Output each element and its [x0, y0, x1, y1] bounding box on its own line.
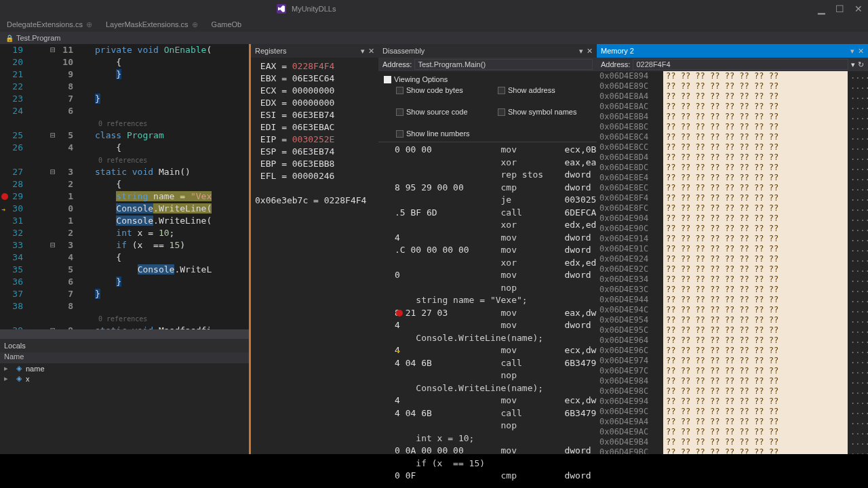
memory-row: 0x06D4E92C?? ?? ?? ?? ?? ?? ?? ??.... [597, 264, 868, 274]
memory-row: 0x06D4E99C?? ?? ?? ?? ?? ?? ?? ??.... [597, 407, 868, 417]
dropdown-icon[interactable]: ▾ [579, 47, 583, 56]
memory-row: 0x06D4E894?? ?? ?? ?? ?? ?? ?? ??.... [597, 71, 868, 81]
memory-row: 0x06D4E8B4?? ?? ?? ?? ?? ?? ?? ??.... [597, 112, 868, 122]
local-var[interactable]: ▸◈ name [0, 363, 249, 373]
memory-row: 0x06D4E964?? ?? ?? ?? ?? ?? ?? ??.... [597, 336, 868, 346]
memory-row: 0x06D4E96C?? ?? ?? ?? ?? ?? ?? ??.... [597, 346, 868, 356]
memory-address-input[interactable] [633, 59, 848, 70]
memory-row: 0x06D4E8C4?? ?? ?? ?? ?? ?? ?? ??.... [597, 132, 868, 142]
registers-body: EAX = 0228F4F4 EBX = 06E3EC64 ECX = 0000… [251, 58, 378, 209]
memory-row: 0x06D4E934?? ?? ?? ?? ?? ?? ?? ??.... [597, 274, 868, 285]
viewopt-checkbox[interactable]: Show code bytes [396, 86, 484, 94]
memory-row: 0x06D4E90C?? ?? ?? ?? ?? ?? ?? ??.... [597, 224, 868, 234]
close-icon[interactable]: ✕ [587, 47, 593, 56]
memory-row: 0x06D4E924?? ?? ?? ?? ?? ?? ?? ??.... [597, 254, 868, 264]
memory-row: 0x06D4E8E4?? ?? ?? ?? ?? ?? ?? ??.... [597, 173, 868, 183]
memory-row: 0x06D4E91C?? ?? ?? ?? ?? ?? ?? ??.... [597, 244, 868, 254]
title-bar: MyUnityDLLs ▁ ☐ ✕ [0, 0, 868, 17]
registers-header: Registers▾✕ [251, 44, 378, 58]
lock-icon: 🔒 [5, 35, 14, 42]
memory-row: 0x06D4E994?? ?? ?? ?? ?? ?? ?? ??.... [597, 396, 868, 407]
memory-row: 0x06D4E97C?? ?? ?? ?? ?? ?? ?? ??.... [597, 366, 868, 376]
viewopt-checkbox[interactable]: Show symbol names [498, 108, 586, 116]
memory-row: 0x06D4E89C?? ?? ?? ?? ?? ?? ?? ??.... [597, 81, 868, 92]
memory-row: 0x06D4E8BC?? ?? ?? ?? ?? ?? ?? ??.... [597, 122, 868, 132]
memory-row: 0x06D4E9A4?? ?? ?? ?? ?? ?? ?? ??.... [597, 417, 868, 427]
memory-row: 0x06D4E8A4?? ?? ?? ?? ?? ?? ?? ??.... [597, 92, 868, 102]
tab-layermask[interactable]: LayerMaskExtensions.cs⊕ [99, 17, 205, 32]
refresh-icon[interactable]: ↻ [858, 60, 864, 69]
close-button[interactable]: ✕ [854, 3, 863, 14]
memory-row: 0x06D4E914?? ?? ?? ?? ?? ?? ?? ??.... [597, 234, 868, 244]
viewopt-checkbox[interactable]: Show address [498, 86, 586, 94]
memory-row: 0x06D4E93C?? ?? ?? ?? ?? ?? ?? ??.... [597, 285, 868, 295]
scrollbar-h[interactable] [0, 329, 249, 339]
viewing-options: Viewing Options Show code bytesShow addr… [378, 71, 597, 142]
local-var[interactable]: ▸◈ x [0, 373, 249, 384]
memory-row: 0x06D4E954?? ?? ?? ?? ?? ?? ?? ??.... [597, 315, 868, 325]
memory-row: 0x06D4E8AC?? ?? ?? ?? ?? ?? ?? ??.... [597, 102, 868, 112]
memory-row: 0x06D4E8FC?? ?? ?? ?? ?? ?? ?? ??.... [597, 203, 868, 214]
dropdown-icon[interactable]: ▾ [361, 47, 365, 56]
disasm-body[interactable]: 0 00 00 mov ecx,0Bh xor eax,eax rep stos… [378, 142, 597, 484]
app-title: MyUnityDLLs [292, 5, 336, 13]
memory-row: 0x06D4E974?? ?? ?? ?? ?? ?? ?? ??.... [597, 356, 868, 366]
disasm-address-input[interactable] [414, 59, 593, 70]
memory-row: 0x06D4E904?? ?? ?? ?? ?? ?? ?? ??.... [597, 214, 868, 224]
disasm-address-row: Address: [378, 58, 597, 71]
memory-row: 0x06D4E8DC?? ?? ?? ?? ?? ?? ?? ??.... [597, 163, 868, 173]
pin-icon[interactable]: ⊕ [86, 20, 92, 29]
memory-row: 0x06D4E8CC?? ?? ?? ?? ?? ?? ?? ??.... [597, 142, 868, 152]
locals-panel: Locals Name ▸◈ name▸◈ x [0, 339, 249, 454]
checkbox-icon[interactable] [384, 76, 391, 83]
tab-delegate[interactable]: DelegateExtensions.cs⊕ [0, 17, 99, 32]
memory-row: 0x06D4E9AC?? ?? ?? ?? ?? ?? ?? ??.... [597, 427, 868, 437]
vs-logo-icon [277, 4, 286, 14]
breadcrumb[interactable]: 🔒Test.Program [0, 32, 868, 44]
dropdown-icon[interactable]: ▾ [851, 60, 855, 69]
viewopt-checkbox[interactable]: Show line numbers [396, 129, 484, 138]
code-editor[interactable]: 19⊟11private void OnEnable(2010 {219 }22… [0, 44, 249, 329]
locals-header: Locals [0, 339, 249, 352]
memory-row: 0x06D4E94C?? ?? ?? ?? ?? ?? ?? ??.... [597, 305, 868, 315]
memory-row: 0x06D4E8EC?? ?? ?? ?? ?? ?? ?? ??.... [597, 183, 868, 193]
close-icon[interactable]: ✕ [858, 47, 864, 56]
memory-row: 0x06D4E95C?? ?? ?? ?? ?? ?? ?? ??.... [597, 325, 868, 336]
memory-row: 0x06D4E8F4?? ?? ?? ?? ?? ?? ?? ??.... [597, 193, 868, 203]
memory-row: 0x06D4E9B4?? ?? ?? ?? ?? ?? ?? ??.... [597, 437, 868, 447]
memory-row: 0x06D4E944?? ?? ?? ?? ?? ?? ?? ??.... [597, 295, 868, 305]
document-tabs: DelegateExtensions.cs⊕ LayerMaskExtensio… [0, 17, 868, 32]
close-icon[interactable]: ✕ [368, 47, 374, 56]
dropdown-icon[interactable]: ▾ [850, 47, 854, 56]
minimize-button[interactable]: ▁ [818, 3, 825, 14]
pin-icon[interactable]: ⊕ [192, 20, 198, 29]
memory-row: 0x06D4E8D4?? ?? ?? ?? ?? ?? ?? ??.... [597, 152, 868, 163]
memory-row: 0x06D4E984?? ?? ?? ?? ?? ?? ?? ??.... [597, 376, 868, 386]
memory-row: 0x06D4E98C?? ?? ?? ?? ?? ?? ?? ??.... [597, 386, 868, 396]
viewopt-checkbox[interactable]: Show source code [396, 108, 484, 116]
memory-address-row: Address: ▾ ↻ [597, 58, 868, 71]
disasm-header: Disassembly▾✕ [378, 44, 597, 58]
maximize-button[interactable]: ☐ [835, 3, 844, 14]
memory-body[interactable]: 0x06D4E894?? ?? ?? ?? ?? ?? ?? ??....0x0… [597, 71, 868, 478]
locals-columns: Name [0, 352, 249, 363]
tab-gameobj[interactable]: GameOb [205, 17, 249, 32]
memory-header: Memory 2▾✕ [597, 44, 868, 58]
